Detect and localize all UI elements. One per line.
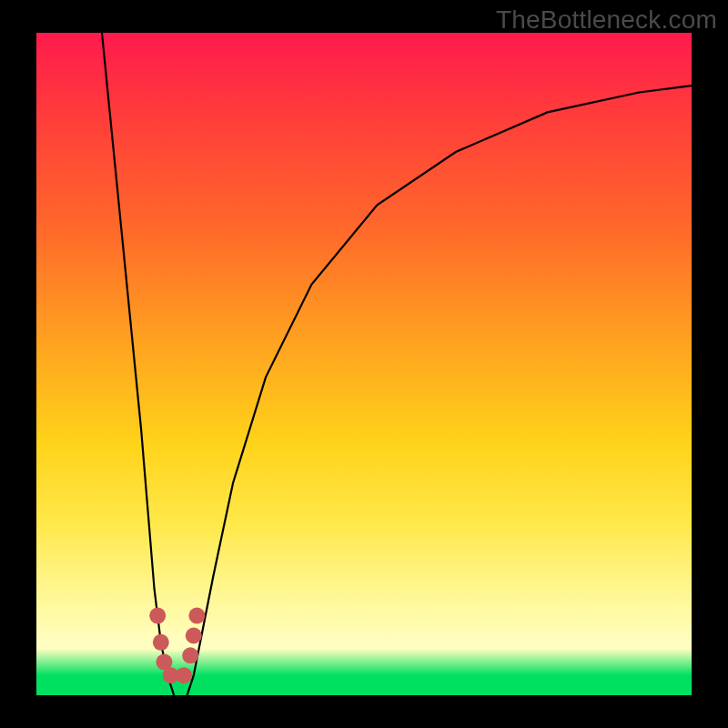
marker-dot <box>186 628 202 644</box>
curve-left-branch <box>102 33 174 695</box>
curve-right-branch <box>187 86 692 695</box>
marker-dot <box>188 608 205 624</box>
chart-svg <box>36 33 692 695</box>
marker-dot <box>149 608 166 624</box>
marker-cluster <box>149 608 205 684</box>
chart-frame: TheBottleneck.com <box>0 0 728 728</box>
marker-dot <box>176 667 192 683</box>
watermark-text: TheBottleneck.com <box>496 5 717 35</box>
marker-dot <box>153 634 169 651</box>
marker-dot <box>182 647 198 663</box>
